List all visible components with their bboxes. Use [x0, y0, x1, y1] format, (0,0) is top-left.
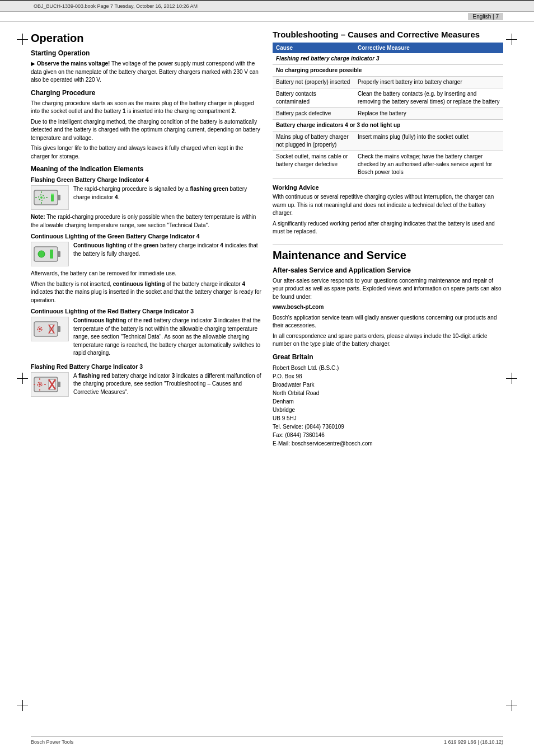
- fg-bold: flashing green: [190, 186, 228, 192]
- fr-text1: A: [73, 373, 78, 379]
- cr-text2: battery charge indicator: [152, 317, 214, 323]
- after-sales-p1: Our after-sales service responds to your…: [273, 277, 503, 302]
- measure-cell: Clean the battery contacts (e.g. by inse…: [354, 88, 503, 108]
- table-row: Mains plug of battery charger not plugge…: [273, 132, 503, 151]
- working-advice-p1: With continuous or several repetitive ch…: [273, 193, 503, 218]
- flash-green-note: Note: The rapid-charging procedure is on…: [31, 213, 261, 229]
- measure-cell: Insert mains plug (fully) into the socke…: [354, 132, 503, 151]
- measure-cell: Check the mains voltage; have the batter…: [354, 151, 503, 179]
- great-britain-title: Great Britain: [273, 353, 503, 361]
- cg-bold1: Continuous lighting: [73, 242, 126, 248]
- cont-green-p3: When the battery is not inserted, contin…: [31, 280, 261, 305]
- cg-b4: continuous lighting: [113, 281, 165, 287]
- table-row: No charging procedure possible: [273, 65, 503, 77]
- cg-text2: battery charge indicator: [158, 242, 220, 248]
- cont-green-icon: [31, 242, 69, 266]
- fr-bold: flashing red: [78, 373, 110, 379]
- cont-green-row: Continuous lighting of the green battery…: [31, 242, 261, 266]
- table-row: Flashing red battery charge indicator 3: [273, 53, 503, 65]
- flash-red-icon: [31, 372, 69, 397]
- cg-t6: of the battery charge indicator: [165, 281, 242, 287]
- crosshair-top-left: [17, 34, 28, 45]
- page-footer: Bosch Power Tools 1 619 929 L66 | (16.10…: [31, 736, 503, 745]
- svg-rect-15: [58, 326, 60, 332]
- svg-point-17: [39, 328, 41, 330]
- col-cause: Cause: [273, 43, 354, 53]
- crosshair-bottom-left: [17, 700, 28, 711]
- ts-subtitle: Causes and Corrective Measures: [348, 30, 480, 39]
- cp-text3: .: [235, 108, 236, 114]
- website-link: www.bosch-pt.com: [273, 304, 324, 310]
- fr-text2: battery charge indicator: [110, 373, 172, 379]
- crosshair-mid-left: [17, 373, 28, 384]
- flash-red-text: A flashing red battery charge indicator …: [73, 372, 261, 397]
- cg-t7: indicates that the mains plug is inserte…: [31, 289, 261, 303]
- flash-green-icon: [31, 185, 69, 210]
- topbar-text: OBJ_BUCH-1339-003.book Page 7 Tuesday, O…: [34, 3, 198, 9]
- section1-header: Flashing red battery charge indicator 3: [273, 53, 503, 65]
- svg-rect-11: [58, 251, 60, 257]
- table-row: Battery contacts contaminated Clean the …: [273, 88, 503, 108]
- measure-cell: Replace the battery: [354, 108, 503, 120]
- note-text: The rapid-charging procedure is only pos…: [31, 214, 256, 228]
- col-measure: Corrective Measure: [354, 43, 503, 53]
- crosshair-mid-right: [506, 373, 517, 384]
- language-bar: English | 7: [0, 12, 534, 22]
- fg-text3: .: [118, 194, 120, 200]
- cg-text1: of the: [126, 242, 143, 248]
- svg-rect-22: [58, 382, 60, 387]
- cont-green-p2: Afterwards, the battery can be removed f…: [31, 270, 261, 278]
- flash-green-title: Flashing Green Battery Charge Indicator …: [31, 176, 261, 183]
- svg-rect-13: [50, 250, 53, 259]
- observe-bold: Observe the mains voltage!: [37, 60, 110, 67]
- flash-red-row: A flashing red battery charge indicator …: [31, 372, 261, 399]
- cause-cell: Battery pack defective: [273, 108, 354, 120]
- right-column: Troubleshooting – Causes and Corrective …: [273, 30, 503, 448]
- fg-text1: The rapid-charging procedure is signalle…: [73, 186, 190, 192]
- crosshair-bottom-right: [506, 700, 517, 711]
- footer-right: 1 619 929 L66 | (16.10.12): [444, 739, 503, 745]
- cause-cell: Battery not (properly) inserted: [273, 77, 354, 88]
- svg-point-3: [40, 196, 43, 199]
- cont-green-title: Continuous Lighting of the Green Battery…: [31, 233, 261, 240]
- left-column: Operation Starting Operation ▶ Observe t…: [31, 30, 261, 448]
- working-advice-title: Working Advice: [273, 184, 503, 191]
- page: OBJ_BUCH-1339-003.book Page 7 Tuesday, O…: [0, 0, 534, 756]
- cg-t5: When the battery is not inserted,: [31, 281, 113, 287]
- table-row: Battery charge indicators 4 or 3 do not …: [273, 120, 503, 132]
- gb-address: Robert Bosch Ltd. (B.S.C.) P.O. Box 98 B…: [273, 364, 503, 448]
- svg-point-12: [38, 251, 45, 257]
- flash-green-row: The rapid-charging procedure is signalle…: [31, 185, 261, 210]
- cont-red-title: Continuous Lighting of the Red Battery C…: [31, 308, 261, 314]
- charging-procedure-p2: Due to the intelligent charging method, …: [31, 118, 261, 143]
- cg-bold2: green: [143, 242, 158, 248]
- cause-cell: Battery contacts contaminated: [273, 88, 354, 108]
- footer-left: Bosch Power Tools: [31, 739, 73, 745]
- charging-procedure-p3: This gives longer life to the battery an…: [31, 144, 261, 161]
- note-label: Note:: [31, 214, 45, 220]
- cont-red-row: Continuous lighting of the red battery c…: [31, 317, 261, 360]
- indication-elements-title: Meaning of the Indication Elements: [31, 165, 261, 173]
- website: www.bosch-pt.com: [273, 303, 503, 312]
- table-row: Battery pack defective Replace the batte…: [273, 108, 503, 120]
- working-advice-p2: A significantly reduced working period a…: [273, 220, 503, 236]
- operation-title: Operation: [31, 32, 261, 45]
- cont-green-text: Continuous lighting of the green battery…: [73, 242, 261, 258]
- cp-text2: is inserted into the charging compartmen…: [126, 108, 232, 114]
- svg-point-24: [39, 383, 41, 386]
- cr-bold1: Continuous lighting: [73, 317, 126, 323]
- ts-title: Troubleshooting: [273, 30, 339, 39]
- charging-procedure-title: Charging Procedure: [31, 89, 261, 97]
- section2-header: Battery charge indicators 4 or 3 do not …: [273, 120, 503, 132]
- subsection1: No charging procedure possible: [273, 65, 503, 77]
- svg-rect-1: [58, 195, 60, 200]
- after-sales-title: After-sales Service and Application Serv…: [273, 266, 503, 274]
- cr-bold2: red: [143, 317, 152, 323]
- language-label: English | 7: [468, 13, 503, 20]
- starting-operation-title: Starting Operation: [31, 49, 261, 57]
- svg-rect-9: [51, 194, 54, 195]
- after-sales-p3: In all correspondence and spare parts or…: [273, 332, 503, 349]
- after-sales-p2: Bosch's application service team will gl…: [273, 314, 503, 330]
- starting-operation-text: ▶ Observe the mains voltage! The voltage…: [31, 60, 261, 84]
- cause-cell: Socket outlet, mains cable or battery ch…: [273, 151, 354, 179]
